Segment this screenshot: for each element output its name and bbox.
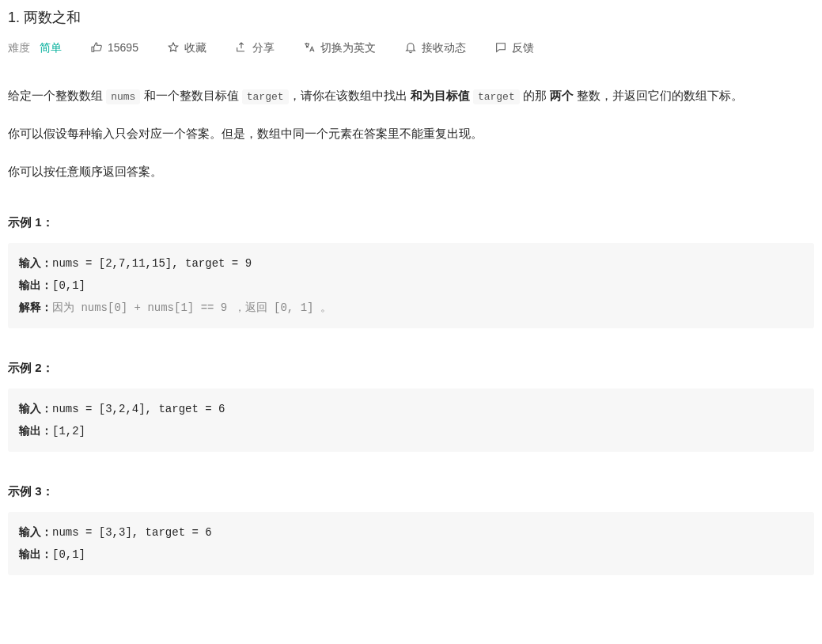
share-label: 分享 — [252, 39, 275, 56]
explain-label: 解释： — [19, 301, 52, 314]
input-label: 输入： — [19, 526, 52, 539]
text: 的那 — [520, 89, 550, 102]
bold-two: 两个 — [550, 89, 574, 102]
example-2-input: nums = [3,2,4], target = 6 — [52, 403, 225, 415]
favorite-button[interactable]: 收藏 — [167, 39, 206, 56]
example-3-block: 输入：nums = [3,3], target = 6 输出：[0,1] — [8, 512, 814, 575]
output-label: 输出： — [19, 279, 52, 292]
subscribe-button[interactable]: 接收动态 — [404, 39, 466, 56]
switch-language-button[interactable]: 切换为英文 — [303, 39, 376, 56]
subscribe-label: 接收动态 — [422, 39, 466, 56]
output-label: 输出： — [19, 548, 52, 561]
text: 给定一个整数数组 — [8, 89, 106, 102]
translate-icon — [303, 41, 316, 54]
bell-icon — [404, 41, 417, 54]
share-icon — [235, 41, 248, 54]
share-button[interactable]: 分享 — [235, 39, 275, 56]
example-2-output: [1,2] — [52, 425, 85, 438]
feedback-label: 反馈 — [512, 39, 534, 56]
switch-language-label: 切换为英文 — [320, 39, 376, 56]
example-2-heading: 示例 2： — [8, 358, 814, 377]
example-1-explain-a: 因为 nums[0] + nums[1] == 9 ， — [52, 301, 245, 314]
code-target: target — [242, 89, 289, 104]
text: 整数，并返回它们的数组下标。 — [574, 89, 743, 102]
feedback-button[interactable]: 反馈 — [494, 39, 534, 56]
favorite-label: 收藏 — [184, 39, 206, 56]
star-icon — [167, 41, 180, 54]
text: 和一个整数目标值 — [140, 89, 241, 102]
example-1-explain-b: [0, 1] 。 — [267, 301, 331, 314]
difficulty-label: 难度 — [8, 39, 30, 56]
like-count: 15695 — [108, 39, 138, 56]
bold-sum: 和为目标值 — [411, 89, 470, 102]
example-3-input: nums = [3,3], target = 6 — [52, 526, 212, 539]
input-label: 输入： — [19, 403, 52, 415]
output-label: 输出： — [19, 425, 52, 438]
problem-title: 1. 两数之和 — [8, 6, 814, 29]
text: ，请你在该数组中找出 — [289, 89, 411, 102]
example-1-output: [0,1] — [52, 279, 85, 292]
difficulty: 难度 简单 — [8, 39, 62, 56]
description-p2: 你可以假设每种输入只会对应一个答案。但是，数组中同一个元素在答案里不能重复出现。 — [8, 123, 814, 145]
like-button[interactable]: 15695 — [90, 39, 138, 56]
example-3-output: [0,1] — [52, 548, 85, 561]
code-nums: nums — [106, 89, 140, 104]
thumbs-up-icon — [90, 41, 103, 54]
difficulty-value: 简单 — [40, 39, 62, 56]
problem-description: 给定一个整数数组 nums 和一个整数目标值 target，请你在该数组中找出 … — [8, 85, 814, 183]
example-1-block: 输入：nums = [2,7,11,15], target = 9 输出：[0,… — [8, 243, 814, 328]
example-2-block: 输入：nums = [3,2,4], target = 6 输出：[1,2] — [8, 388, 814, 452]
feedback-icon — [494, 41, 507, 54]
description-p3: 你可以按任意顺序返回答案。 — [8, 161, 814, 183]
meta-row: 难度 简单 15695 收藏 分享 切换为英文 接收动态 — [8, 39, 814, 56]
example-1-heading: 示例 1： — [8, 213, 814, 232]
example-1-input: nums = [2,7,11,15], target = 9 — [52, 257, 252, 270]
input-label: 输入： — [19, 257, 52, 270]
description-p1: 给定一个整数数组 nums 和一个整数目标值 target，请你在该数组中找出 … — [8, 85, 814, 107]
example-1-explain-dim: 返回 — [245, 301, 267, 314]
code-target-2: target — [473, 89, 520, 104]
example-3-heading: 示例 3： — [8, 482, 814, 501]
